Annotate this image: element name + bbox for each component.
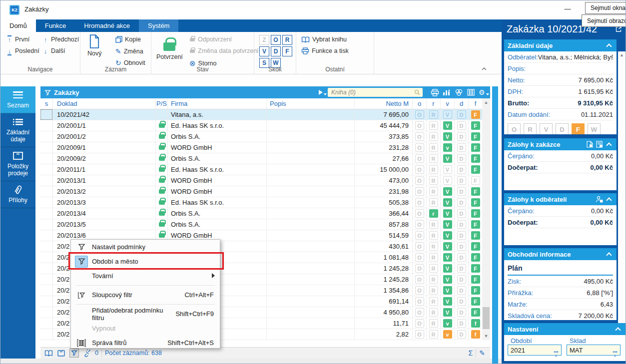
status-badge-o[interactable]: O <box>415 231 424 240</box>
status-badge-v[interactable]: V <box>443 220 452 229</box>
status-badge-o[interactable]: O <box>415 330 424 339</box>
table-row[interactable]: 20/2009/1 WORD GmbH 231,28 O R v D F <box>40 142 482 153</box>
edit-button[interactable]: ✎Změna <box>115 47 143 55</box>
status-badge-r[interactable]: R <box>429 330 438 339</box>
status-badge-o[interactable]: O <box>415 187 424 196</box>
next-button[interactable]: ↓Další <box>42 47 65 54</box>
section-header[interactable]: Obchodní informace <box>504 248 617 260</box>
row-select-cell[interactable] <box>40 142 52 153</box>
new-button[interactable]: Nový <box>87 34 101 57</box>
status-badge-o[interactable]: O <box>415 308 424 317</box>
status-badge-d[interactable]: D <box>457 187 466 196</box>
collapse-chevron-icon[interactable] <box>606 142 612 148</box>
scroll-up-icon[interactable]: ▲ <box>482 98 490 106</box>
scroll-down-icon[interactable]: ▼ <box>482 332 490 340</box>
status-badge-v[interactable]: V <box>443 154 452 163</box>
col-header-s[interactable]: s <box>40 98 52 109</box>
status-badge-f[interactable]: F <box>471 220 480 229</box>
status-badge-o[interactable]: O <box>415 220 424 229</box>
menu-item-nastavit-podminky[interactable]: Nastavit podmínky <box>71 240 220 254</box>
capture-screen-item[interactable]: Sejmutí obrazovk <box>582 14 626 27</box>
collapse-chevron-icon[interactable] <box>615 327 621 333</box>
status-badge-v[interactable]: V <box>443 198 452 207</box>
section-header[interactable]: Zálohy k zakázce <box>504 138 617 150</box>
status-badge-f[interactable]: F <box>471 231 480 240</box>
status-badge-r[interactable]: R <box>429 143 438 152</box>
scrollbar-thumb[interactable] <box>483 307 490 329</box>
status-badge-d[interactable]: D <box>457 176 466 185</box>
table-row[interactable]: 20/2001/1 Ed. Haas SK s.r.o. 45 444,79 O… <box>40 120 482 131</box>
status-badge-f[interactable]: F <box>471 143 480 152</box>
table-row[interactable]: 20/2013/5 Orbis S.A. 857,88 O R V D F <box>40 219 482 230</box>
functions-print-button[interactable]: Funkce a tisk <box>301 47 349 54</box>
table-row[interactable]: 20/2013/4 Orbis S.A. 366,44 O r V D F <box>40 208 482 219</box>
status-badge-o[interactable]: O <box>415 286 424 295</box>
status-badge-o[interactable]: O <box>415 319 424 328</box>
status-badge-d[interactable]: D <box>457 319 466 328</box>
col-header-v[interactable]: v <box>440 98 454 109</box>
status-badge-f[interactable]: F <box>471 187 480 196</box>
status-badge-d[interactable]: D <box>457 330 466 339</box>
collapse-chevron-icon[interactable] <box>606 252 612 258</box>
menu-item-sloupcovy-filtr[interactable]: Sloupcový filtr Ctrl+Alt+F <box>71 288 220 302</box>
status-badge-r[interactable]: R <box>429 198 438 207</box>
menu-item-tovarni[interactable]: Tovární <box>71 269 220 283</box>
table-row[interactable]: 20/2013/1 WORD GmbH 473,00 O R V D F <box>40 175 482 186</box>
status-badge-f[interactable]: F <box>471 308 480 317</box>
status-badge-r[interactable]: R <box>429 308 438 317</box>
status-badge-f[interactable]: f <box>471 330 480 339</box>
table-row[interactable]: 20/2013/3 Ed. Haas SK s.r.o. 505,38 O R … <box>40 197 482 208</box>
table-scrollbar[interactable]: ▲ ▼ <box>482 98 490 340</box>
status-badge-v[interactable]: v <box>443 330 452 339</box>
row-select-cell[interactable] <box>40 285 52 296</box>
col-header-netto[interactable]: Netto M <box>354 98 412 109</box>
row-select-cell[interactable] <box>40 153 52 164</box>
status-badge-o[interactable]: O <box>415 242 424 251</box>
col-header-f[interactable]: f <box>468 98 482 109</box>
status-w-button[interactable]: W <box>588 123 601 134</box>
status-badge-o[interactable]: O <box>415 264 424 273</box>
tab-hromadne-akce[interactable]: Hromadné akce <box>75 19 139 32</box>
status-badge-d[interactable]: D <box>457 231 466 240</box>
book-search-input[interactable] <box>328 88 423 97</box>
status-badge-f[interactable]: f <box>471 319 480 328</box>
status-badge-d[interactable]: D <box>457 143 466 152</box>
status-badge-r[interactable]: R <box>429 264 438 273</box>
status-badge-f[interactable]: F <box>471 275 480 284</box>
status-badge-r[interactable]: R <box>429 319 438 328</box>
status-badge-f[interactable]: F <box>471 242 480 251</box>
status-badge-d[interactable]: D <box>457 297 466 306</box>
status-badge-d[interactable]: D <box>457 242 466 251</box>
row-select-cell[interactable] <box>40 318 52 329</box>
section-header[interactable]: Nastavení <box>504 323 626 335</box>
menu-item-vypnout[interactable]: Vypnout <box>71 321 220 336</box>
sidebar-item-zakladni-udaje[interactable]: Základní údaje <box>0 113 35 147</box>
table-row[interactable]: 20/2009/2 Orbis S.A. 27,66 O R V D F <box>40 153 482 164</box>
filter-icon[interactable] <box>44 89 51 96</box>
collapse-chevron-icon[interactable] <box>606 43 612 49</box>
col-header-d[interactable]: d <box>454 98 468 109</box>
status-badge-f[interactable]: F <box>471 165 480 174</box>
section-header[interactable]: Zálohy k odběrateli <box>504 193 617 205</box>
jump-z-button[interactable]: Z <box>259 35 269 45</box>
section-header[interactable]: Základní údaje <box>504 39 617 51</box>
venn-circles-icon[interactable] <box>455 89 463 96</box>
status-f-button[interactable]: F <box>572 123 585 134</box>
confirm-button[interactable]: Potvrzení <box>156 36 183 60</box>
row-select-cell[interactable] <box>40 219 52 230</box>
col-header-doklad[interactable]: Doklad <box>52 98 155 109</box>
row-select-cell[interactable] <box>40 164 52 175</box>
row-select-cell[interactable] <box>40 230 52 241</box>
print-icon[interactable] <box>431 89 439 96</box>
status-badge-f[interactable]: F <box>471 264 480 273</box>
sidebar-item-prilohy[interactable]: Přílohy <box>0 181 35 208</box>
status-badge-v[interactable]: V <box>443 231 452 240</box>
panel-splitter[interactable] <box>492 86 498 364</box>
status-badge-r[interactable]: R <box>429 154 438 163</box>
row-select-cell[interactable] <box>40 186 52 197</box>
status-badge-d[interactable]: D <box>457 308 466 317</box>
status-badge-r[interactable]: R <box>429 132 438 141</box>
select-book-button[interactable]: Vybrat knihu <box>301 36 347 43</box>
status-badge-f[interactable]: F <box>471 286 480 295</box>
status-badge-v[interactable]: V <box>443 110 452 119</box>
